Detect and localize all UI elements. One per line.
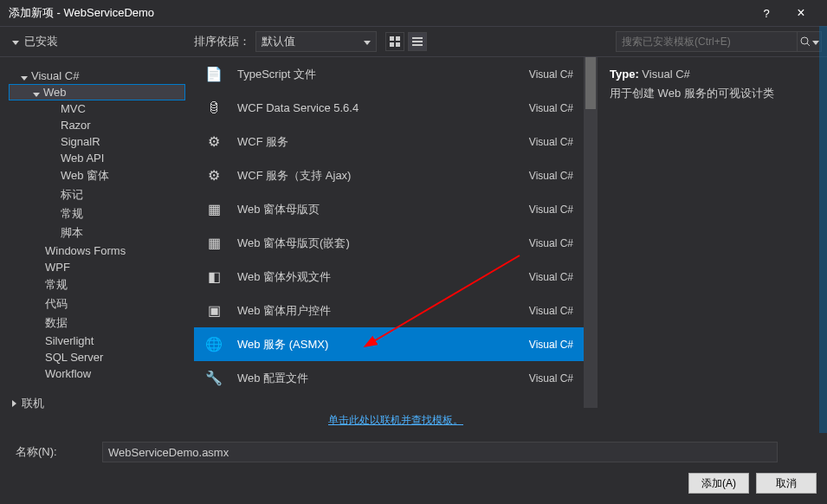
tree-item-child[interactable]: 脚本: [9, 223, 185, 242]
template-lang: Visual C#: [529, 68, 573, 81]
usercontrol-icon: ▣: [203, 300, 225, 322]
scrollbar-thumb[interactable]: [585, 57, 596, 109]
tree-item-child[interactable]: Windows Forms: [9, 242, 185, 259]
template-row[interactable]: 🔧Web 配置文件Visual C#: [194, 361, 598, 395]
name-row: 名称(N):: [0, 433, 827, 471]
cancel-button[interactable]: 取消: [756, 473, 817, 494]
search-button[interactable]: [798, 31, 822, 52]
tree-item-child[interactable]: Web 窗体: [9, 166, 185, 185]
view-grid-button[interactable]: [385, 32, 404, 51]
template-list[interactable]: 📄TypeScript 文件Visual C#🛢WCF Data Service…: [194, 57, 598, 408]
tree-item-visual-csharp[interactable]: Visual C#: [9, 68, 185, 84]
sort-label: 排序依据：: [194, 34, 250, 49]
template-row[interactable]: 📄TypeScript 文件Visual C#: [194, 57, 598, 91]
tree-label: 联机: [22, 397, 44, 410]
search-icon: [800, 36, 811, 47]
tree-item-web[interactable]: Web: [9, 84, 185, 100]
toolbar: 已安装 排序依据： 默认值: [0, 26, 827, 57]
details-panel: Type: Visual C# 用于创建 Web 服务的可视设计类: [598, 57, 827, 433]
template-panel: 📄TypeScript 文件Visual C#🛢WCF Data Service…: [194, 57, 598, 433]
search-group: [616, 31, 822, 52]
view-list-button[interactable]: [408, 32, 427, 51]
svg-rect-1: [396, 36, 400, 41]
globe-icon: 🌐: [203, 333, 225, 356]
svg-rect-4: [412, 37, 423, 39]
svg-rect-5: [412, 41, 423, 42]
sort-value: 默认值: [262, 34, 295, 49]
online-search-link[interactable]: 单击此处以联机并查找模板。: [194, 408, 598, 433]
skin-icon: ◧: [203, 266, 225, 288]
template-row[interactable]: ⚙WCF 服务Visual C#: [194, 125, 598, 158]
svg-point-7: [801, 37, 808, 44]
tree-item-child[interactable]: 代码: [9, 294, 185, 313]
type-line: Type: Visual C#: [610, 68, 815, 81]
type-label: Type:: [610, 68, 639, 81]
grid-icon: [390, 36, 400, 47]
tree-item-child[interactable]: WPF: [9, 259, 185, 275]
close-button[interactable]: ×: [784, 5, 818, 21]
template-lang: Visual C#: [529, 204, 573, 216]
name-input[interactable]: [102, 442, 778, 462]
tree-item-online[interactable]: 联机: [9, 394, 185, 413]
template-name: Web 窗体母版页: [237, 202, 529, 217]
svg-rect-6: [412, 44, 423, 46]
view-toggle: [385, 32, 427, 51]
template-lang: Visual C#: [529, 372, 573, 384]
template-name: Web 服务 (ASMX): [237, 337, 529, 352]
tree-item-child[interactable]: SQL Server: [9, 349, 185, 365]
file-icon: 📄: [203, 63, 225, 86]
tree-item-child[interactable]: 常规: [9, 275, 185, 294]
add-button[interactable]: 添加(A): [688, 473, 749, 494]
tree-item-child[interactable]: 常规: [9, 204, 185, 223]
type-value: Visual C#: [642, 68, 689, 81]
chevron-down-icon: [33, 93, 40, 97]
template-row[interactable]: ▣Web 窗体用户控件Visual C#: [194, 294, 598, 327]
template-row[interactable]: 🛢WCF Data Service 5.6.4Visual C#: [194, 91, 598, 125]
tree-item-child[interactable]: Razor: [9, 117, 185, 133]
dialog-buttons: 添加(A) 取消: [688, 473, 817, 494]
main: Visual C# Web MVCRazorSignalRWeb APIWeb …: [0, 57, 827, 433]
template-name: Web 配置文件: [237, 371, 529, 386]
chevron-right-icon: [12, 400, 16, 407]
svg-rect-0: [390, 36, 394, 41]
tree-item-child[interactable]: MVC: [9, 100, 185, 117]
template-name: WCF Data Service 5.6.4: [237, 101, 529, 114]
template-row[interactable]: ▦Web 窗体母版页(嵌套)Visual C#: [194, 226, 598, 260]
type-description: 用于创建 Web 服务的可视设计类: [610, 86, 815, 101]
tree-item-child[interactable]: Workflow: [9, 365, 185, 382]
sort-group: 排序依据： 默认值: [194, 31, 377, 52]
template-name: Web 窗体外观文件: [237, 269, 529, 285]
installed-label: 已安装: [24, 34, 58, 49]
master-icon: ▦: [203, 232, 225, 255]
template-lang: Visual C#: [529, 305, 573, 317]
svg-rect-2: [390, 42, 394, 47]
name-label: 名称(N):: [16, 444, 94, 460]
scrollbar[interactable]: [584, 57, 598, 408]
template-lang: Visual C#: [529, 170, 573, 182]
chevron-down-icon: [21, 76, 28, 81]
tree-item-child[interactable]: 数据: [9, 313, 185, 333]
tree-item-child[interactable]: Web API: [9, 150, 185, 166]
template-row[interactable]: ▦Web 窗体母版页Visual C#: [194, 192, 598, 226]
template-name: Web 窗体母版页(嵌套): [237, 236, 529, 251]
template-lang: Visual C#: [529, 102, 573, 114]
template-name: WCF 服务（支持 Ajax): [237, 168, 529, 184]
tree-label: Web: [43, 86, 67, 99]
db-icon: 🛢: [203, 97, 225, 120]
template-row[interactable]: 🌐Web 服务 (ASMX)Visual C#: [194, 327, 598, 361]
list-icon: [412, 36, 423, 47]
tree-item-child[interactable]: SignalR: [9, 133, 185, 150]
svg-line-8: [807, 43, 810, 46]
search-input[interactable]: [616, 31, 798, 52]
template-row[interactable]: ⚙WCF 服务（支持 Ajax)Visual C#: [194, 158, 598, 192]
tree-item-child[interactable]: Silverlight: [9, 333, 185, 349]
template-row[interactable]: ◧Web 窗体外观文件Visual C#: [194, 260, 598, 294]
installed-header[interactable]: 已安装: [0, 34, 194, 49]
online-link-text[interactable]: 单击此处以联机并查找模板。: [328, 414, 463, 426]
help-button[interactable]: ?: [749, 7, 784, 20]
chevron-down-icon: [12, 41, 19, 45]
sort-dropdown[interactable]: 默认值: [255, 31, 377, 52]
tree-item-child[interactable]: 标记: [9, 185, 185, 204]
wrench-icon: 🔧: [203, 367, 225, 390]
chevron-down-icon: [364, 41, 371, 45]
